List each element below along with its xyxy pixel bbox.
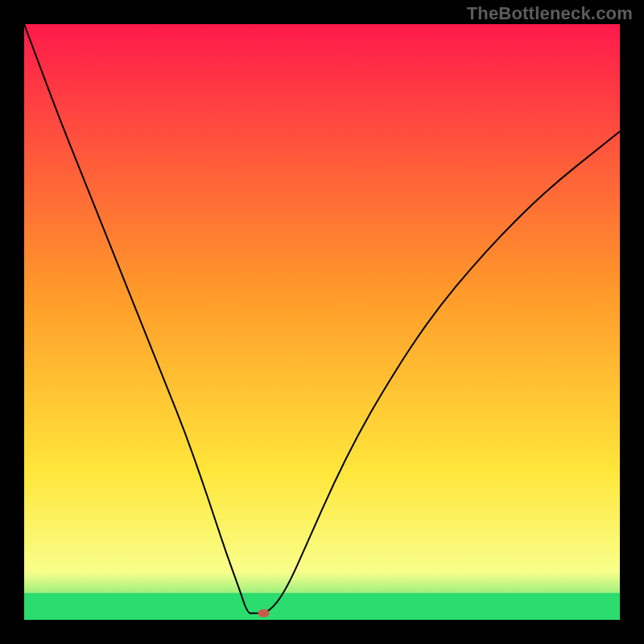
chart-svg — [24, 24, 620, 620]
gradient-background — [24, 24, 620, 620]
watermark-text: TheBottleneck.com — [467, 3, 633, 24]
chart-container: TheBottleneck.com — [0, 0, 644, 644]
green-band — [24, 593, 620, 620]
plot-area — [24, 24, 620, 620]
marker-point — [258, 609, 269, 617]
